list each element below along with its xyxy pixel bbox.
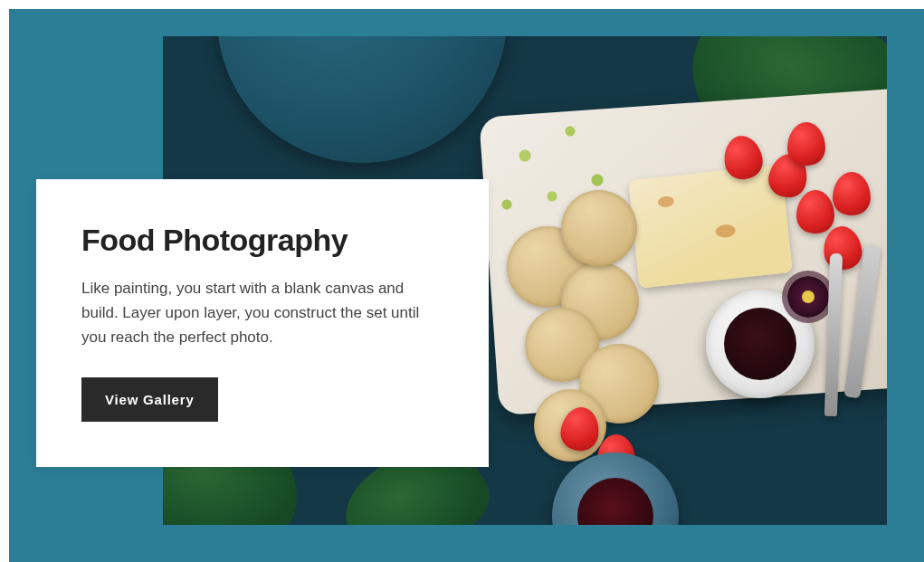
hero-section: Food Photography Like painting, you star… (9, 9, 924, 562)
plate-decoration (217, 36, 507, 163)
view-gallery-button[interactable]: View Gallery (81, 377, 218, 422)
wine-glass (552, 452, 679, 525)
content-card: Food Photography Like painting, you star… (36, 179, 489, 467)
card-description: Like painting, you start with a blank ca… (81, 276, 443, 350)
edible-flower (787, 276, 829, 318)
card-title: Food Photography (81, 223, 443, 258)
